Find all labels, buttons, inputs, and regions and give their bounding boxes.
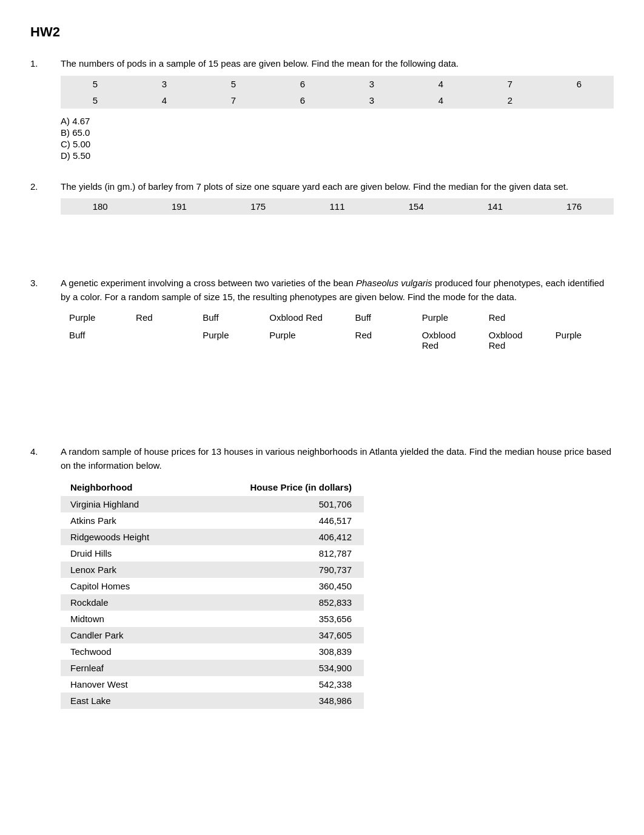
table-cell: 4 [130, 92, 199, 109]
q4-house-table: NeighborhoodHouse Price (in dollars) Vir… [61, 478, 364, 709]
phenotype-cell: Purple [61, 309, 127, 326]
answer-choice: D) 5.50 [61, 150, 614, 161]
q4-content: A random sample of house prices for 13 h… [61, 445, 614, 709]
phenotype-cell: Oxblood Red [414, 326, 480, 354]
table-cell: 534,900 [195, 660, 364, 676]
q3-content: A genetic experiment involving a cross b… [61, 277, 614, 354]
table-cell: Fernleaf [61, 660, 195, 676]
table-cell [545, 92, 614, 109]
table-header: House Price (in dollars) [195, 478, 364, 496]
table-cell: 6 [268, 92, 337, 109]
question-2: 2. The yields (in gm.) of barley from 7 … [30, 180, 614, 223]
table-cell: 406,412 [195, 529, 364, 545]
table-cell: Atkins Park [61, 512, 195, 529]
table-cell: 176 [535, 198, 614, 215]
table-cell: 5 [199, 76, 268, 92]
q1-data-table: 535634765476342 [61, 76, 614, 109]
phenotype-cell: Oxblood Red [480, 326, 547, 354]
answer-choice: B) 65.0 [61, 127, 614, 138]
table-cell: 180 [61, 198, 139, 215]
table-cell: 7 [475, 76, 545, 92]
table-cell: 542,338 [195, 676, 364, 692]
q3-text-italic: Phaseolus vulgaris [356, 278, 432, 288]
table-cell: 4 [406, 76, 475, 92]
q1-number: 1. [30, 57, 61, 69]
table-cell: Virginia Highland [61, 496, 195, 512]
q1-content: The numbers of pods in a sample of 15 pe… [61, 57, 614, 162]
phenotype-cell: Red [480, 309, 547, 326]
page-title: HW2 [30, 24, 614, 40]
table-cell: 175 [219, 198, 298, 215]
phenotype-cell: Purple [547, 326, 614, 354]
question-3: 3. A genetic experiment involving a cros… [30, 277, 614, 354]
phenotype-cell: Oxblood Red [261, 309, 346, 326]
q4-number: 4. [30, 445, 61, 457]
phenotype-cell: Purple [194, 326, 261, 354]
table-cell: 6 [545, 76, 614, 92]
table-cell: 446,517 [195, 512, 364, 529]
table-cell: Candler Park [61, 627, 195, 643]
table-cell: 4 [406, 92, 475, 109]
table-cell: 2 [475, 92, 545, 109]
answer-choice: C) 5.00 [61, 139, 614, 149]
table-cell: 3 [337, 92, 406, 109]
q3-text-part1: A genetic experiment involving a cross b… [61, 278, 356, 288]
table-cell: 360,450 [195, 578, 364, 594]
table-cell: Midtown [61, 611, 195, 627]
question-1: 1. The numbers of pods in a sample of 15… [30, 57, 614, 162]
table-cell: Hanover West [61, 676, 195, 692]
table-cell: 5 [61, 92, 130, 109]
question-4: 4. A random sample of house prices for 1… [30, 445, 614, 709]
table-cell: 308,839 [195, 643, 364, 660]
q3-text: A genetic experiment involving a cross b… [61, 277, 614, 304]
table-cell: Capitol Homes [61, 578, 195, 594]
phenotype-cell: Red [347, 326, 414, 354]
table-cell: East Lake [61, 692, 195, 709]
q1-text: The numbers of pods in a sample of 15 pe… [61, 57, 614, 71]
table-cell: 6 [268, 76, 337, 92]
table-cell: 353,656 [195, 611, 364, 627]
q3-phenotype-table: PurpleRedBuffOxblood RedBuffPurpleRedBuf… [61, 309, 614, 354]
table-cell: 501,706 [195, 496, 364, 512]
q1-choices: A) 4.67B) 65.0C) 5.00D) 5.50 [61, 116, 614, 161]
table-cell: 347,605 [195, 627, 364, 643]
table-cell: 348,986 [195, 692, 364, 709]
table-cell: 7 [199, 92, 268, 109]
q2-data-table: 180191175111154141176 [61, 198, 614, 215]
table-cell: Techwood [61, 643, 195, 660]
phenotype-cell: Buff [194, 309, 261, 326]
table-cell: Druid Hills [61, 545, 195, 562]
table-cell: 852,833 [195, 594, 364, 611]
table-cell: 191 [139, 198, 218, 215]
table-cell: 3 [337, 76, 406, 92]
q2-text: The yields (in gm.) of barley from 7 plo… [61, 180, 614, 194]
table-header: Neighborhood [61, 478, 195, 496]
q4-text: A random sample of house prices for 13 h… [61, 445, 614, 472]
phenotype-cell: Buff [61, 326, 127, 354]
table-cell: Lenox Park [61, 562, 195, 578]
table-cell: 5 [61, 76, 130, 92]
q2-content: The yields (in gm.) of barley from 7 plo… [61, 180, 614, 223]
phenotype-cell: Buff [347, 309, 414, 326]
table-cell: 141 [455, 198, 534, 215]
phenotype-cell [127, 326, 194, 354]
phenotype-cell: Purple [261, 326, 346, 354]
q2-number: 2. [30, 180, 61, 192]
table-cell: 111 [298, 198, 377, 215]
table-cell: 790,737 [195, 562, 364, 578]
table-cell: Rockdale [61, 594, 195, 611]
table-cell: 812,787 [195, 545, 364, 562]
phenotype-cell: Red [127, 309, 194, 326]
phenotype-cell: Purple [414, 309, 480, 326]
table-cell: 3 [130, 76, 199, 92]
table-cell: 154 [377, 198, 455, 215]
q3-number: 3. [30, 277, 61, 288]
table-cell: Ridgewoods Height [61, 529, 195, 545]
answer-choice: A) 4.67 [61, 116, 614, 126]
